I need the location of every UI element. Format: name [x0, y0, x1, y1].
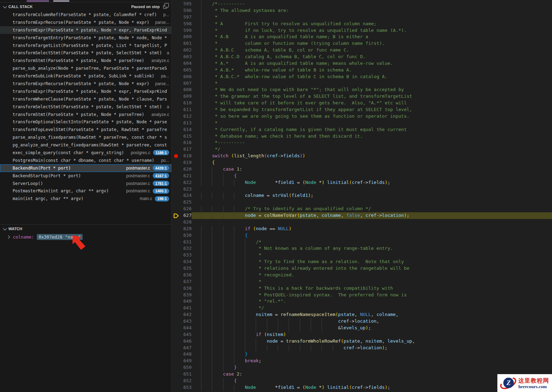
line-number[interactable]: 653 [181, 384, 192, 391]
code-line[interactable]: 637 * [172, 278, 552, 285]
glyph-margin[interactable] [172, 47, 181, 54]
code-line[interactable]: 615 * database name; we check it here an… [172, 133, 552, 140]
line-number[interactable]: 623 [181, 186, 192, 193]
glyph-margin[interactable] [172, 226, 181, 232]
line-number[interactable]: 612 [181, 113, 192, 120]
glyph-margin[interactable] [172, 80, 181, 87]
callstack-frame[interactable]: transformColumnRef(ParseState * pstate, … [0, 11, 171, 19]
line-number[interactable]: 635 [181, 265, 192, 272]
callstack-frame[interactable]: transformStmt(ParseState * pstate, Node … [0, 57, 171, 64]
callstack-frame[interactable]: main(int argc, char ** argv)main.c198:1 [0, 195, 171, 202]
chevron-down-icon[interactable] [3, 4, 7, 8]
code-line[interactable]: 597 * [172, 14, 552, 21]
line-number[interactable]: 606 [181, 74, 192, 80]
code-line[interactable]: 630 { [172, 232, 552, 239]
code-line[interactable]: 604 * A.* A is an unqualified table name… [172, 60, 552, 67]
line-number[interactable]: 618 [181, 153, 192, 159]
glyph-margin[interactable] [172, 292, 181, 298]
callstack-frame[interactable]: transformExpr(ParseState * pstate, Node … [0, 88, 171, 95]
line-number[interactable]: 645 [181, 331, 192, 338]
chevron-down-icon[interactable] [3, 226, 7, 230]
glyph-margin[interactable] [172, 179, 181, 186]
line-number[interactable]: 613 [181, 120, 192, 126]
callstack-frame[interactable]: transformExprRecurse(ParseState * pstate… [0, 19, 171, 26]
line-number[interactable]: 599 [181, 27, 192, 34]
glyph-margin[interactable] [172, 87, 181, 93]
code-line[interactable]: 641 */ [172, 305, 552, 311]
glyph-margin[interactable] [172, 159, 181, 166]
code-line[interactable]: 610 * will take care of it before it eve… [172, 100, 552, 106]
line-number[interactable]: 598 [181, 21, 192, 27]
glyph-margin[interactable] [172, 212, 181, 219]
code-line[interactable]: 603 * A.B.C.D catalog A, schema B, table… [172, 54, 552, 60]
code-line[interactable]: 614 * Currently, if a catalog name is gi… [172, 126, 552, 133]
glyph-margin[interactable] [172, 272, 181, 278]
callstack-frame[interactable]: parse_analyze_fixedparams(RawStmt * pars… [0, 133, 171, 141]
code-line[interactable]: 596 * The allowed syntaxes are: [172, 7, 552, 14]
line-number[interactable]: 651 [181, 371, 192, 378]
line-number[interactable]: 634 [181, 259, 192, 265]
glyph-margin[interactable] [172, 318, 181, 325]
code-line[interactable]: 595 /*---------- [172, 1, 552, 7]
line-number[interactable]: 622 [181, 179, 192, 186]
line-number[interactable]: 629 [181, 226, 192, 232]
code-line[interactable]: 613 * [172, 120, 552, 126]
callstack-frame[interactable]: BackendStartup(Port * port)postmaster.c4… [0, 172, 171, 180]
callstack-frame[interactable]: pg_analyze_and_rewrite_fixedparams(RawSt… [0, 141, 171, 149]
chevron-right-icon[interactable] [7, 235, 10, 239]
glyph-margin[interactable] [172, 278, 181, 285]
glyph-margin[interactable] [172, 285, 181, 292]
line-number[interactable]: 597 [181, 14, 192, 21]
glyph-margin[interactable] [172, 173, 181, 179]
line-number[interactable]: 649 [181, 358, 192, 364]
code-line[interactable]: 602 * A.B.C schema A, table B, col or fu… [172, 47, 552, 54]
line-number[interactable]: 621 [181, 173, 192, 179]
line-number[interactable]: 603 [181, 54, 192, 60]
line-number[interactable]: 631 [181, 239, 192, 246]
line-number[interactable]: 616 [181, 139, 192, 146]
callstack-frame[interactable]: transformExprRecurse(ParseState * pstate… [0, 80, 171, 88]
code-line[interactable]: 652 { [172, 378, 552, 384]
code-line[interactable]: 633 * [172, 252, 552, 259]
glyph-margin[interactable] [172, 259, 181, 265]
glyph-margin[interactable] [172, 21, 181, 27]
line-number[interactable]: 607 [181, 80, 192, 87]
code-line[interactable]: 638 * This is a hack for backwards compa… [172, 285, 552, 292]
glyph-margin[interactable] [172, 206, 181, 212]
callstack-frame[interactable]: transformTargetList(ParseState * pstate,… [0, 42, 171, 49]
line-number[interactable]: 611 [181, 106, 192, 113]
glyph-margin[interactable] [172, 239, 181, 246]
glyph-margin[interactable] [172, 106, 181, 113]
collapse-all-icon[interactable] [163, 5, 167, 9]
line-number[interactable]: 600 [181, 34, 192, 40]
callstack-frame[interactable]: transformTopLevelStmt(ParseState * pstat… [0, 126, 171, 133]
code-line[interactable]: 611 * be expanded by transformTargetList… [172, 106, 552, 113]
glyph-margin[interactable] [172, 14, 181, 21]
breakpoint-icon[interactable] [174, 154, 178, 158]
glyph-margin[interactable] [172, 384, 181, 391]
glyph-margin[interactable] [172, 139, 181, 146]
code-line[interactable]: 632 * Not known as a column of any range… [172, 245, 552, 252]
code-line[interactable]: 646 node = transformWholeRowRef(pstate, … [172, 338, 552, 345]
line-number[interactable]: 626 [181, 206, 192, 212]
code-line[interactable]: 600 * A.B A is an unqualified table name… [172, 34, 552, 40]
glyph-margin[interactable] [172, 146, 181, 153]
glyph-margin[interactable] [172, 74, 181, 80]
line-number[interactable]: 619 [181, 159, 192, 166]
callstack-frame[interactable]: exec_simple_query(const char * query_str… [0, 149, 171, 157]
call-stack-header[interactable]: CALL STACK Paused on step [0, 2, 171, 11]
line-number[interactable]: 641 [181, 305, 192, 311]
glyph-margin[interactable] [172, 54, 181, 60]
glyph-margin[interactable] [172, 338, 181, 345]
glyph-margin[interactable] [172, 351, 181, 358]
glyph-margin[interactable] [172, 166, 181, 173]
code-line[interactable]: 619 { [172, 159, 552, 166]
callstack-frame[interactable]: parse_sub_analyze(Node * parseTree, Pars… [0, 64, 171, 72]
line-number[interactable]: 596 [181, 7, 192, 14]
glyph-margin[interactable] [172, 358, 181, 364]
glyph-margin[interactable] [172, 7, 181, 14]
line-number[interactable]: 638 [181, 285, 192, 292]
line-number[interactable]: 644 [181, 325, 192, 331]
line-number[interactable]: 646 [181, 338, 192, 345]
glyph-margin[interactable] [172, 192, 181, 199]
